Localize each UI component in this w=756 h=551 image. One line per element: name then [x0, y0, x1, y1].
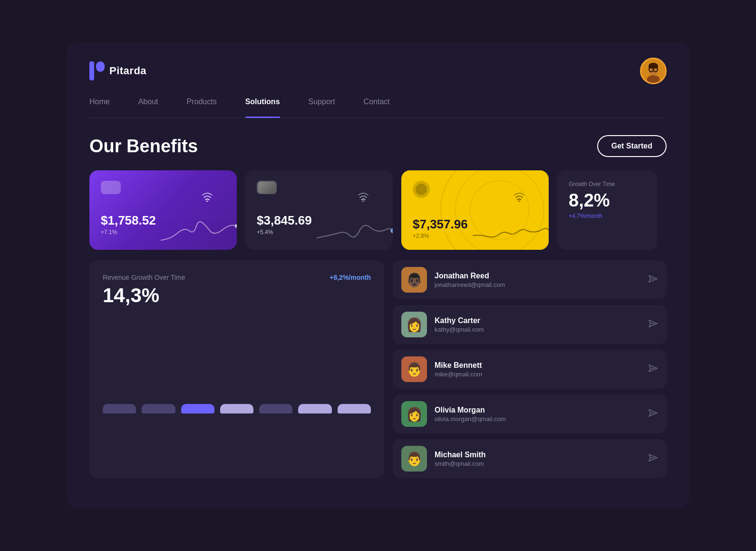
bar-group [142, 402, 175, 413]
bar [181, 404, 214, 413]
growth-percent: 8,2% [569, 190, 646, 211]
wifi-icon-1 [201, 191, 214, 204]
card-2-change: +5.4% [257, 229, 381, 236]
bar [298, 404, 331, 413]
nav-item-solutions[interactable]: Solutions [245, 98, 280, 110]
growth-label: Growth Over Time [569, 181, 646, 187]
svg-rect-0 [89, 61, 94, 80]
card-2-amount: $3,845.69 [257, 213, 381, 228]
svg-point-12 [391, 229, 393, 233]
contact-email: olivia.morgan@qmail.com [435, 415, 640, 423]
contact-email: mike@qmail.com [435, 371, 640, 378]
card-growth: Growth Over Time 8,2% +4.7%/month [557, 170, 657, 250]
chart-monthly: +8,2%/month [330, 274, 371, 281]
logo-icon [89, 61, 105, 80]
chart-title: Revenue Growth Over Time [103, 274, 185, 281]
bar [220, 404, 253, 413]
contact-email: kathy@qmail.com [435, 326, 640, 333]
contact-avatar: 👨🏿 [401, 267, 427, 293]
bar-group [220, 402, 253, 413]
contact-info: Kathy Carterkathy@qmail.com [435, 316, 640, 333]
header: Pitarda [89, 58, 667, 84]
bar-group [103, 402, 136, 413]
nav-item-home[interactable]: Home [89, 98, 110, 110]
bar-group [298, 402, 331, 413]
nav-item-support[interactable]: Support [309, 98, 335, 110]
contact-card: 👨Michael Smithsmith@qmail.com [393, 439, 667, 478]
send-icon[interactable] [648, 408, 658, 421]
bar [103, 404, 136, 413]
contact-name: Mike Bennett [435, 361, 640, 370]
bar [259, 404, 292, 413]
contact-name: Jonathan Reed [435, 272, 640, 280]
card-1-change: +7.1% [101, 229, 225, 236]
bottom-row: Revenue Growth Over Time +8,2%/month 14,… [89, 260, 667, 478]
send-icon[interactable] [648, 453, 658, 465]
contact-name: Olivia Morgan [435, 406, 640, 414]
card-3-amount: $7,357.96 [413, 217, 537, 232]
svg-point-11 [363, 201, 364, 202]
contact-email: jonathanreed@qmail.com [435, 281, 640, 288]
user-avatar[interactable] [640, 58, 667, 84]
contact-avatar: 👩 [401, 401, 427, 427]
nav-item-products[interactable]: Products [187, 98, 217, 110]
contact-card: 👩Olivia Morganolivia.morgan@qmail.com [393, 394, 667, 433]
svg-point-9 [207, 201, 208, 202]
wifi-icon-2 [357, 191, 370, 204]
contact-info: Jonathan Reedjonathanreed@qmail.com [435, 272, 640, 288]
contact-avatar: 👩 [401, 312, 427, 337]
contact-avatar: 👨 [401, 356, 427, 382]
card-dark: $3,845.69 +5.4% [245, 170, 393, 250]
contact-card: 👨Mike Bennettmike@qmail.com [393, 350, 667, 389]
send-icon[interactable] [648, 363, 658, 376]
nav: Home About Products Solutions Support Co… [89, 98, 667, 118]
bar-chart [103, 318, 371, 413]
card-yellow: $7,357.96 +2.8% [401, 170, 549, 250]
logo: Pitarda [89, 61, 146, 80]
contacts-panel: 👨🏿Jonathan Reedjonathanreed@qmail.com 👩K… [393, 260, 667, 478]
contact-info: Mike Bennettmike@qmail.com [435, 361, 640, 378]
contact-card: 👩Kathy Carterkathy@qmail.com [393, 305, 667, 344]
contact-name: Michael Smith [435, 451, 640, 459]
chart-panel: Revenue Growth Over Time +8,2%/month 14,… [89, 260, 384, 478]
send-icon[interactable] [648, 274, 658, 286]
send-icon[interactable] [648, 318, 658, 331]
bar-group [338, 402, 371, 413]
contact-info: Olivia Morganolivia.morgan@qmail.com [435, 406, 640, 423]
logo-text: Pitarda [109, 65, 146, 77]
section-header: Our Benefits Get Started [89, 135, 667, 157]
section-title: Our Benefits [89, 136, 198, 157]
get-started-button[interactable]: Get Started [597, 135, 667, 157]
chart-percent: 14,3% [103, 284, 371, 307]
card-1-amount: $1,758.52 [101, 213, 225, 228]
contact-info: Michael Smithsmith@qmail.com [435, 451, 640, 467]
growth-monthly: +4.7%/month [569, 213, 646, 219]
contact-card: 👨🏿Jonathan Reedjonathanreed@qmail.com [393, 260, 667, 299]
card-chip-1 [101, 181, 121, 194]
bar-group [259, 402, 292, 413]
contact-email: smith@qmail.com [435, 460, 640, 467]
chart-header: Revenue Growth Over Time +8,2%/month [103, 274, 371, 281]
card-chip-2 [257, 181, 277, 194]
card-3-change: +2.8% [413, 233, 537, 239]
nav-item-about[interactable]: About [138, 98, 158, 110]
card-purple: $1,758.52 +7.1% [89, 170, 237, 250]
bar [142, 404, 175, 413]
bar [338, 404, 371, 413]
svg-rect-1 [96, 61, 105, 72]
bar-group [181, 402, 214, 413]
app-container: Pitarda Home About Products So [67, 42, 689, 509]
svg-point-10 [235, 224, 237, 228]
contact-avatar: 👨 [401, 446, 427, 472]
cards-row: $1,758.52 +7.1% [89, 170, 667, 250]
contact-name: Kathy Carter [435, 316, 640, 325]
nav-item-contact[interactable]: Contact [364, 98, 390, 110]
svg-point-8 [647, 75, 660, 84]
main-content: Our Benefits Get Started [89, 135, 667, 478]
